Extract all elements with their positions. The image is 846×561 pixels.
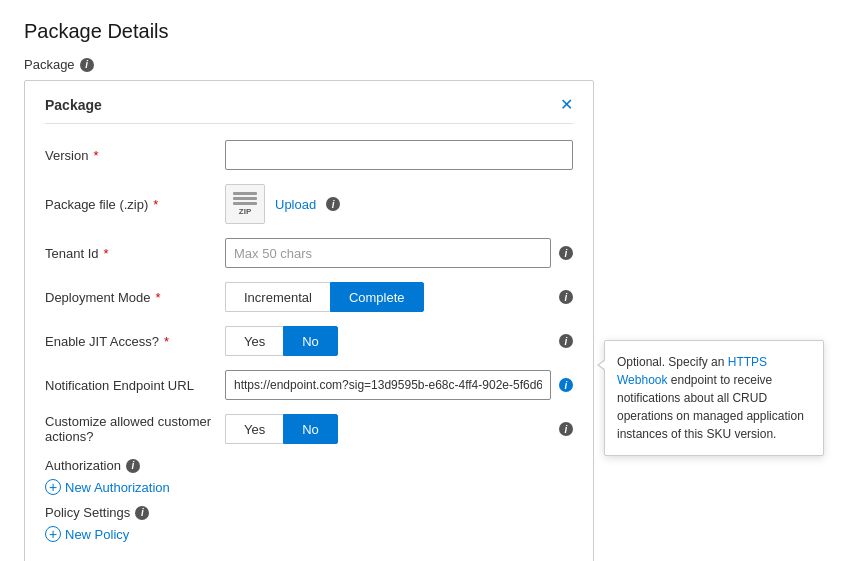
upload-link[interactable]: Upload	[275, 197, 316, 212]
authorization-section: Authorization i + New Authorization	[45, 458, 573, 495]
tenant-id-row: Tenant Id * i	[45, 238, 573, 268]
deployment-mode-field-row: Incremental Complete i	[225, 282, 573, 312]
version-required: *	[93, 148, 98, 163]
zip-icon: ZIP	[225, 184, 265, 224]
add-policy-icon: +	[45, 526, 61, 542]
customize-actions-row: Customize allowed customer actions? Yes …	[45, 414, 573, 444]
notification-url-field-row: i	[225, 370, 573, 400]
tenant-id-required: *	[104, 246, 109, 261]
package-label-text: Package	[24, 57, 75, 72]
deployment-mode-label: Deployment Mode *	[45, 290, 215, 305]
package-file-row: Package file (.zip) * ZIP Upload i	[45, 184, 573, 224]
jit-access-info-icon[interactable]: i	[559, 334, 573, 348]
jit-access-yes[interactable]: Yes	[225, 326, 283, 356]
page-title: Package Details	[24, 20, 822, 43]
notification-tooltip: Optional. Specify an HTTPS Webhook endpo…	[604, 340, 824, 456]
notification-url-row: Notification Endpoint URL i	[45, 370, 573, 400]
tenant-id-field-row: i	[225, 238, 573, 268]
authorization-info-icon[interactable]: i	[126, 459, 140, 473]
close-button[interactable]: ✕	[560, 97, 573, 113]
deployment-mode-complete[interactable]: Complete	[330, 282, 424, 312]
add-authorization-link[interactable]: + New Authorization	[45, 479, 573, 495]
add-policy-link[interactable]: + New Policy	[45, 526, 573, 542]
jit-access-no[interactable]: No	[283, 326, 338, 356]
package-file-label-text: Package file (.zip)	[45, 197, 148, 212]
tenant-id-info-icon[interactable]: i	[559, 246, 573, 260]
authorization-label-text: Authorization	[45, 458, 121, 473]
jit-access-row: Enable JIT Access? * Yes No i	[45, 326, 573, 356]
notification-url-info-icon[interactable]: i	[559, 378, 573, 392]
version-row: Version *	[45, 140, 573, 170]
jit-access-toggle: Yes No	[225, 326, 551, 356]
deployment-mode-info-icon[interactable]: i	[559, 290, 573, 304]
add-authorization-icon: +	[45, 479, 61, 495]
tooltip-text-part1: Optional. Specify an	[617, 355, 728, 369]
customize-actions-label: Customize allowed customer actions?	[45, 414, 215, 444]
tenant-id-label-text: Tenant Id	[45, 246, 99, 261]
version-label-text: Version	[45, 148, 88, 163]
upload-row: ZIP Upload i	[225, 184, 573, 224]
notification-url-input[interactable]	[225, 370, 551, 400]
notification-url-label: Notification Endpoint URL	[45, 378, 215, 393]
jit-access-label: Enable JIT Access? *	[45, 334, 215, 349]
package-file-label: Package file (.zip) *	[45, 197, 215, 212]
customize-actions-label-text: Customize allowed customer actions?	[45, 414, 215, 444]
version-label: Version *	[45, 148, 215, 163]
customize-actions-yes[interactable]: Yes	[225, 414, 283, 444]
deployment-mode-incremental[interactable]: Incremental	[225, 282, 330, 312]
jit-access-field-row: Yes No i	[225, 326, 573, 356]
customize-actions-no[interactable]: No	[283, 414, 338, 444]
customize-actions-info-icon[interactable]: i	[559, 422, 573, 436]
panel-title: Package	[45, 97, 102, 113]
policy-label: Policy Settings i	[45, 505, 573, 520]
deployment-mode-toggle: Incremental Complete	[225, 282, 551, 312]
package-panel: Package ✕ Version * Package file (.zip) …	[24, 80, 594, 561]
add-policy-label: New Policy	[65, 527, 129, 542]
policy-section: Policy Settings i + New Policy	[45, 505, 573, 542]
upload-info-icon[interactable]: i	[326, 197, 340, 211]
customize-actions-field-row: Yes No i	[225, 414, 573, 444]
panel-header: Package ✕	[45, 97, 573, 124]
package-info-icon[interactable]: i	[80, 58, 94, 72]
package-section-label: Package i	[24, 57, 822, 72]
jit-access-label-text: Enable JIT Access?	[45, 334, 159, 349]
deployment-mode-required: *	[156, 290, 161, 305]
tenant-id-input[interactable]	[225, 238, 551, 268]
policy-label-text: Policy Settings	[45, 505, 130, 520]
authorization-label: Authorization i	[45, 458, 573, 473]
package-file-required: *	[153, 197, 158, 212]
tenant-id-label: Tenant Id *	[45, 246, 215, 261]
notification-url-label-text: Notification Endpoint URL	[45, 378, 194, 393]
customize-actions-toggle: Yes No	[225, 414, 551, 444]
jit-access-required: *	[164, 334, 169, 349]
add-authorization-label: New Authorization	[65, 480, 170, 495]
deployment-mode-label-text: Deployment Mode	[45, 290, 151, 305]
policy-info-icon[interactable]: i	[135, 506, 149, 520]
version-input[interactable]	[225, 140, 573, 170]
deployment-mode-row: Deployment Mode * Incremental Complete i	[45, 282, 573, 312]
